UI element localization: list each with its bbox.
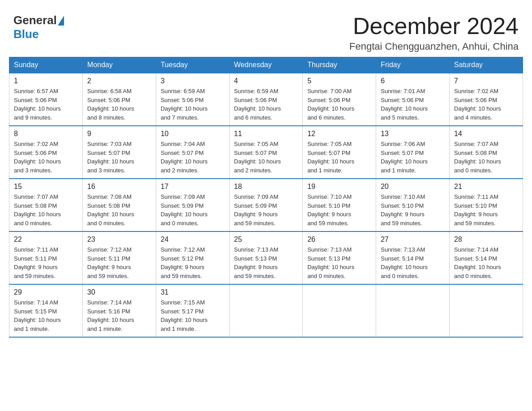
day-number: 21 [454,183,518,191]
calendar-header-row: SundayMondayTuesdayWednesdayThursdayFrid… [9,57,523,73]
calendar-day-cell [303,284,376,337]
calendar-day-cell: 25Sunrise: 7:13 AM Sunset: 5:13 PM Dayli… [229,231,303,284]
calendar-day-cell: 28Sunrise: 7:14 AM Sunset: 5:14 PM Dayli… [450,231,523,284]
calendar-day-cell: 6Sunrise: 7:01 AM Sunset: 5:06 PM Daylig… [376,73,450,126]
day-info: Sunrise: 7:13 AM Sunset: 5:13 PM Dayligh… [307,245,371,280]
day-info: Sunrise: 7:12 AM Sunset: 5:12 PM Dayligh… [161,245,225,280]
calendar-day-header: Friday [376,57,450,73]
calendar-day-header: Monday [82,57,156,73]
day-number: 15 [14,183,78,191]
day-number: 28 [454,235,518,244]
logo: General Blue [13,13,65,41]
day-info: Sunrise: 7:07 AM Sunset: 5:08 PM Dayligh… [14,193,78,227]
calendar-day-cell: 17Sunrise: 7:09 AM Sunset: 5:09 PM Dayli… [156,179,229,231]
day-number: 2 [87,77,151,85]
calendar-day-cell: 29Sunrise: 7:14 AM Sunset: 5:15 PM Dayli… [9,284,83,337]
title-section: December 2024 Fengtai Chengguanzhen, Anh… [349,13,519,52]
day-number: 31 [161,288,225,296]
calendar-day-cell: 22Sunrise: 7:11 AM Sunset: 5:11 PM Dayli… [9,231,83,284]
page-header: General Blue December 2024 Fengtai Cheng… [9,9,523,52]
day-number: 29 [14,288,78,296]
logo-general-text: General [13,13,57,27]
day-info: Sunrise: 7:10 AM Sunset: 5:10 PM Dayligh… [381,193,445,227]
calendar-day-header: Thursday [303,57,376,73]
day-info: Sunrise: 7:09 AM Sunset: 5:09 PM Dayligh… [161,193,225,227]
day-number: 25 [234,235,298,244]
day-info: Sunrise: 7:04 AM Sunset: 5:07 PM Dayligh… [161,140,225,175]
calendar-day-cell: 27Sunrise: 7:13 AM Sunset: 5:14 PM Dayli… [376,231,450,284]
calendar-week-row: 29Sunrise: 7:14 AM Sunset: 5:15 PM Dayli… [9,284,523,337]
calendar-day-header: Tuesday [156,57,229,73]
day-number: 7 [454,77,518,85]
day-number: 23 [87,235,151,244]
calendar-day-cell: 13Sunrise: 7:06 AM Sunset: 5:07 PM Dayli… [376,126,450,179]
day-info: Sunrise: 7:03 AM Sunset: 5:07 PM Dayligh… [87,140,151,175]
day-number: 26 [307,235,371,244]
day-number: 3 [161,77,225,85]
day-number: 22 [14,235,78,244]
day-number: 24 [161,235,225,244]
calendar-day-cell: 20Sunrise: 7:10 AM Sunset: 5:10 PM Dayli… [376,179,450,231]
day-info: Sunrise: 7:05 AM Sunset: 5:07 PM Dayligh… [234,140,298,175]
day-info: Sunrise: 7:07 AM Sunset: 5:08 PM Dayligh… [454,140,518,175]
calendar-day-cell [229,284,303,337]
day-number: 12 [307,130,371,138]
day-number: 14 [454,130,518,138]
day-info: Sunrise: 7:13 AM Sunset: 5:13 PM Dayligh… [234,245,298,280]
calendar-day-cell: 1Sunrise: 6:57 AM Sunset: 5:06 PM Daylig… [9,73,83,126]
day-number: 8 [14,130,78,138]
calendar-day-cell: 21Sunrise: 7:11 AM Sunset: 5:10 PM Dayli… [450,179,523,231]
month-title: December 2024 [349,13,519,39]
day-info: Sunrise: 6:59 AM Sunset: 5:06 PM Dayligh… [234,87,298,122]
calendar-day-cell: 4Sunrise: 6:59 AM Sunset: 5:06 PM Daylig… [229,73,303,126]
calendar-week-row: 22Sunrise: 7:11 AM Sunset: 5:11 PM Dayli… [9,231,523,284]
calendar-day-cell: 23Sunrise: 7:12 AM Sunset: 5:11 PM Dayli… [82,231,156,284]
calendar-day-cell: 11Sunrise: 7:05 AM Sunset: 5:07 PM Dayli… [229,126,303,179]
calendar-day-cell: 12Sunrise: 7:05 AM Sunset: 5:07 PM Dayli… [303,126,376,179]
calendar-day-cell: 31Sunrise: 7:15 AM Sunset: 5:17 PM Dayli… [156,284,229,337]
calendar-week-row: 15Sunrise: 7:07 AM Sunset: 5:08 PM Dayli… [9,179,523,231]
day-info: Sunrise: 7:12 AM Sunset: 5:11 PM Dayligh… [87,245,151,280]
calendar-day-header: Saturday [450,57,523,73]
day-info: Sunrise: 6:59 AM Sunset: 5:06 PM Dayligh… [161,87,225,122]
calendar-day-cell: 9Sunrise: 7:03 AM Sunset: 5:07 PM Daylig… [82,126,156,179]
calendar-day-header: Sunday [9,57,83,73]
logo-triangle-icon [58,16,64,26]
day-number: 6 [381,77,445,85]
calendar-day-cell: 14Sunrise: 7:07 AM Sunset: 5:08 PM Dayli… [450,126,523,179]
calendar-day-cell: 30Sunrise: 7:14 AM Sunset: 5:16 PM Dayli… [82,284,156,337]
day-info: Sunrise: 7:13 AM Sunset: 5:14 PM Dayligh… [381,245,445,280]
day-number: 17 [161,183,225,191]
day-number: 18 [234,183,298,191]
day-number: 20 [381,183,445,191]
day-info: Sunrise: 7:01 AM Sunset: 5:06 PM Dayligh… [381,87,445,122]
calendar-day-cell: 26Sunrise: 7:13 AM Sunset: 5:13 PM Dayli… [303,231,376,284]
calendar-day-cell: 24Sunrise: 7:12 AM Sunset: 5:12 PM Dayli… [156,231,229,284]
day-info: Sunrise: 7:08 AM Sunset: 5:08 PM Dayligh… [87,193,151,227]
day-info: Sunrise: 7:15 AM Sunset: 5:17 PM Dayligh… [161,298,225,333]
day-info: Sunrise: 7:11 AM Sunset: 5:11 PM Dayligh… [14,245,78,280]
calendar-day-cell: 2Sunrise: 6:58 AM Sunset: 5:06 PM Daylig… [82,73,156,126]
day-number: 9 [87,130,151,138]
day-info: Sunrise: 7:02 AM Sunset: 5:06 PM Dayligh… [454,87,518,122]
logo-blue-text: Blue [13,27,39,41]
day-info: Sunrise: 7:11 AM Sunset: 5:10 PM Dayligh… [454,193,518,227]
calendar-table: SundayMondayTuesdayWednesdayThursdayFrid… [9,57,523,338]
day-info: Sunrise: 7:06 AM Sunset: 5:07 PM Dayligh… [381,140,445,175]
calendar-day-cell [376,284,450,337]
calendar-day-cell: 15Sunrise: 7:07 AM Sunset: 5:08 PM Dayli… [9,179,83,231]
calendar-day-cell: 16Sunrise: 7:08 AM Sunset: 5:08 PM Dayli… [82,179,156,231]
day-number: 10 [161,130,225,138]
calendar-day-cell: 7Sunrise: 7:02 AM Sunset: 5:06 PM Daylig… [450,73,523,126]
day-info: Sunrise: 6:57 AM Sunset: 5:06 PM Dayligh… [14,87,78,122]
calendar-day-cell: 5Sunrise: 7:00 AM Sunset: 5:06 PM Daylig… [303,73,376,126]
calendar-day-cell: 19Sunrise: 7:10 AM Sunset: 5:10 PM Dayli… [303,179,376,231]
calendar-day-cell: 10Sunrise: 7:04 AM Sunset: 5:07 PM Dayli… [156,126,229,179]
day-info: Sunrise: 7:05 AM Sunset: 5:07 PM Dayligh… [307,140,371,175]
day-info: Sunrise: 7:10 AM Sunset: 5:10 PM Dayligh… [307,193,371,227]
day-info: Sunrise: 6:58 AM Sunset: 5:06 PM Dayligh… [87,87,151,122]
day-number: 30 [87,288,151,296]
calendar-day-cell: 8Sunrise: 7:02 AM Sunset: 5:06 PM Daylig… [9,126,83,179]
calendar-day-header: Wednesday [229,57,303,73]
calendar-week-row: 1Sunrise: 6:57 AM Sunset: 5:06 PM Daylig… [9,73,523,126]
